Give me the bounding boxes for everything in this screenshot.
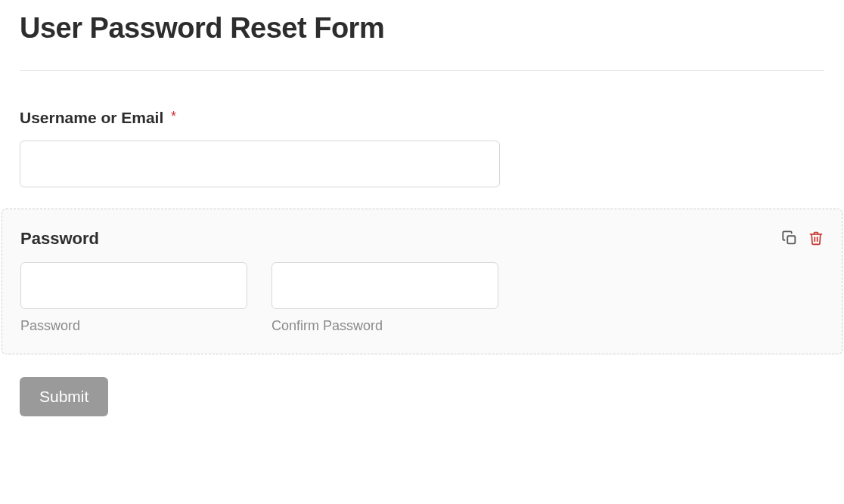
password-panel: Password [2,209,842,354]
password-input[interactable] [20,262,247,309]
divider [20,70,824,71]
username-label-text: Username or Email [20,109,163,126]
duplicate-icon [781,230,798,249]
svg-rect-0 [787,236,795,243]
page-title: User Password Reset Form [20,12,824,45]
submit-button[interactable]: Submit [20,377,108,416]
required-asterisk: * [171,109,176,124]
password-inputs-row: Password Confirm Password [20,262,824,334]
duplicate-button[interactable] [781,230,798,249]
username-label: Username or Email * [20,109,824,127]
password-sublabel: Password [20,318,247,334]
confirm-password-sublabel: Confirm Password [272,318,498,334]
password-subfield: Password [20,262,247,334]
username-field-group: Username or Email * [20,109,824,187]
password-panel-title: Password [20,229,99,249]
confirm-password-subfield: Confirm Password [272,262,498,334]
username-input[interactable] [20,141,500,187]
password-panel-actions [781,230,824,249]
confirm-password-input[interactable] [272,262,498,309]
password-panel-header: Password [20,229,824,249]
delete-button[interactable] [808,230,824,249]
trash-icon [808,230,824,249]
